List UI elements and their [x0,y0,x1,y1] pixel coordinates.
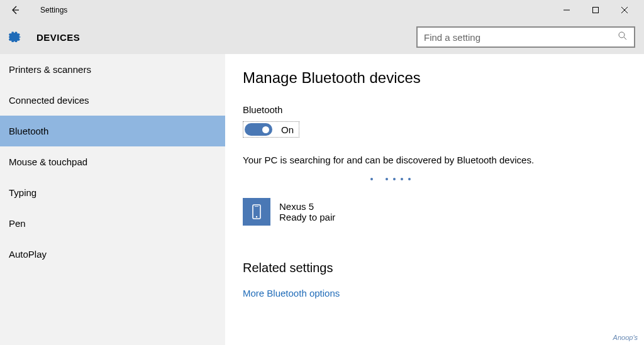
searching-progress [243,173,538,183]
back-button[interactable] [5,5,25,15]
svg-rect-0 [593,8,599,13]
sidebar-item-connected[interactable]: Connected devices [0,85,225,116]
arrow-left-icon [10,5,20,15]
related-heading: Related settings [243,261,626,275]
close-icon [621,7,628,13]
svg-point-1 [619,32,625,38]
main-panel: Manage Bluetooth devices Bluetooth On Yo… [225,54,644,345]
search-input[interactable] [424,32,618,43]
window-title: Settings [40,6,67,14]
sidebar-item-bluetooth[interactable]: Bluetooth [0,116,225,146]
bluetooth-description: Your PC is searching for and can be disc… [243,153,538,167]
svg-point-3 [256,216,257,217]
search-box[interactable] [416,26,635,48]
more-bluetooth-link[interactable]: More Bluetooth options [243,288,626,298]
maximize-icon [592,7,599,13]
sidebar-item-typing[interactable]: Typing [0,177,225,208]
minimize-button[interactable] [552,0,581,20]
watermark: Anoop's [613,334,638,341]
device-name: Nexus 5 [279,201,335,212]
bluetooth-label: Bluetooth [243,104,626,115]
bluetooth-toggle[interactable] [245,123,272,136]
sidebar-item-autoplay[interactable]: AutoPlay [0,239,225,270]
maximize-button[interactable] [581,0,610,20]
sidebar-item-mouse[interactable]: Mouse & touchpad [0,146,225,177]
search-icon [618,31,628,43]
toggle-state-label: On [281,124,294,135]
phone-icon [248,203,265,221]
minimize-icon [564,7,570,13]
sidebar: Printers & scanners Connected devices Bl… [0,54,225,345]
bluetooth-toggle-wrap: On [243,121,299,138]
sidebar-item-printers[interactable]: Printers & scanners [0,54,225,85]
device-status: Ready to pair [279,212,335,222]
titlebar: Settings [0,0,644,20]
header: DEVICES [0,20,644,54]
svg-rect-4 [255,206,258,207]
gear-icon [9,30,21,45]
header-label: DEVICES [36,32,80,43]
toggle-knob [262,126,269,133]
device-row[interactable]: Nexus 5 Ready to pair [243,198,626,226]
page-heading: Manage Bluetooth devices [243,69,626,87]
device-icon-box [243,198,270,226]
sidebar-item-pen[interactable]: Pen [0,208,225,239]
close-button[interactable] [610,0,639,20]
